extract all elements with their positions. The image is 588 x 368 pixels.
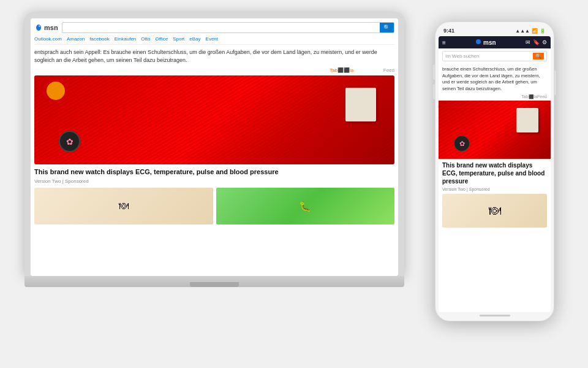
phone-thumbnail-food[interactable]: 🍽 <box>442 194 547 228</box>
phone-taboola-label: Tab⬛laFeed <box>439 94 551 101</box>
msn-search-bar[interactable]: 🔍 <box>62 22 394 33</box>
msn-header: msn 🔍 <box>34 22 394 33</box>
signal-icon: ▲▲▲ <box>515 28 530 34</box>
phone-search-icon[interactable]: 🔍 <box>533 53 544 59</box>
laptop-base <box>24 276 404 287</box>
phone-msn-header: ≡ msn ✉ 🔖 ⚙ <box>439 36 551 48</box>
phone-device: 9:41 ▲▲▲ 📶 🔋 ≡ msn ✉ 🔖 <box>435 21 554 321</box>
bottom-thumbnails <box>34 188 394 224</box>
phone-settings-icon[interactable]: ⚙ <box>542 39 547 45</box>
laptop-screen-outer: msn 🔍 Outlook.com Amazon facebook Einkau… <box>24 12 404 276</box>
taboola-label: Tab⬛⬛laTaboola FeedFeed <box>34 67 394 73</box>
nav-item-amazon[interactable]: Amazon <box>67 36 85 42</box>
taboola-brand: Tab⬛⬛la <box>330 67 353 73</box>
nav-item-outlook[interactable]: Outlook.com <box>34 36 62 42</box>
phone-bookmark-icon[interactable]: 🔖 <box>533 39 540 45</box>
phone-header-actions: ✉ 🔖 ⚙ <box>526 39 547 45</box>
phone-article-sponsor: Version Two | Sponsored <box>439 187 551 194</box>
phone-msn-logo: msn <box>475 39 496 46</box>
phone-vol-up-button <box>433 64 435 80</box>
msn-logo-text: msn <box>44 24 58 31</box>
phone-outer-shell: 9:41 ▲▲▲ 📶 🔋 ≡ msn ✉ 🔖 <box>435 21 554 321</box>
phone-vol-down-button <box>433 84 435 99</box>
phone-mail-icon[interactable]: ✉ <box>526 39 530 45</box>
laptop-device: msn 🔍 Outlook.com Amazon facebook Einkau… <box>24 12 404 287</box>
gift-decoration <box>47 82 65 100</box>
msn-search-button[interactable]: 🔍 <box>380 23 394 33</box>
gift-box <box>345 88 376 121</box>
nav-item-facebook[interactable]: facebook <box>89 36 109 42</box>
phone-home-indicator[interactable] <box>480 315 510 316</box>
phone-status-bar: 9:41 ▲▲▲ 📶 🔋 <box>439 26 551 35</box>
article-title: This brand new watch displays ECG, tempe… <box>34 167 394 176</box>
phone-search-bar[interactable]: Im Web suchen 🔍 <box>442 51 547 61</box>
phone-msn-bird-icon <box>475 39 481 45</box>
msn-logo: msn <box>34 23 58 32</box>
thumbnail-food[interactable] <box>34 188 213 224</box>
nav-item-office[interactable]: Office <box>155 36 168 42</box>
hamburger-menu-icon[interactable]: ≡ <box>442 39 446 46</box>
msn-bird-icon <box>34 23 43 32</box>
thumbnail-green[interactable] <box>216 188 395 224</box>
msn-navigation: Outlook.com Amazon facebook Einkaufen Ot… <box>34 36 394 45</box>
nav-item-ebay[interactable]: eBay <box>189 36 200 42</box>
nav-item-otto[interactable]: Otto <box>141 36 150 42</box>
svg-point-0 <box>476 39 481 44</box>
msn-search-input[interactable] <box>62 23 380 32</box>
phone-status-icons: ▲▲▲ 📶 🔋 <box>515 28 546 34</box>
battery-icon: 🔋 <box>540 28 546 34</box>
phone-article-text: brauche einen Schulterschluss, um die gr… <box>439 64 551 94</box>
article-sponsor: Version Two | Sponsored <box>34 178 394 184</box>
msn-browser-content: msn 🔍 Outlook.com Amazon facebook Einkau… <box>31 18 398 276</box>
phone-power-button <box>554 71 556 95</box>
watch-product-image <box>34 75 394 164</box>
phone-gift-box <box>516 108 538 132</box>
phone-time: 9:41 <box>443 28 454 34</box>
nav-item-einkaufen[interactable]: Einkaufen <box>115 36 137 42</box>
phone-search-placeholder[interactable]: Im Web suchen <box>445 53 533 59</box>
phone-smartwatch <box>454 136 470 151</box>
smartwatch <box>59 131 80 152</box>
phone-watch-product-image <box>439 101 551 159</box>
phone-screen: ≡ msn ✉ 🔖 ⚙ Im Web suchen 🔍 <box>439 36 551 312</box>
article-text: entsprach auch sein Appell: Es brauche e… <box>34 48 394 64</box>
wifi-icon: 📶 <box>532 28 538 34</box>
shredded-paper-decoration <box>34 75 394 164</box>
nav-item-event[interactable]: Event <box>206 36 218 42</box>
phone-article-title: This brand new watch displays ECG, tempe… <box>439 161 551 187</box>
laptop-screen: msn 🔍 Outlook.com Amazon facebook Einkau… <box>31 18 398 276</box>
nav-item-sport[interactable]: Sport <box>173 36 184 42</box>
